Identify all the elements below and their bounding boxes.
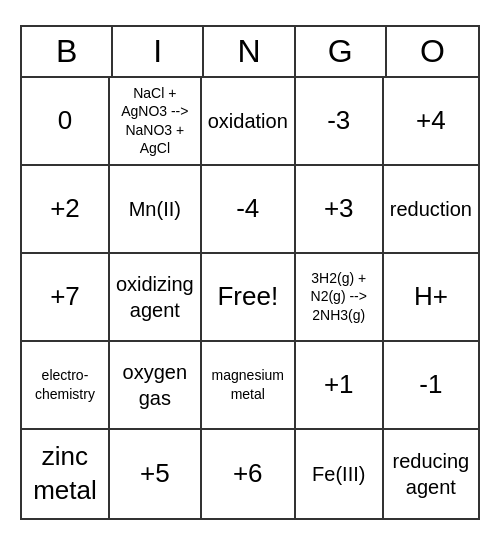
bingo-cell-21: +5 xyxy=(110,430,202,518)
header-letter-G: G xyxy=(296,27,387,76)
bingo-cell-6: Mn(II) xyxy=(110,166,202,254)
bingo-cell-9: reduction xyxy=(384,166,478,254)
bingo-card: BINGO 0NaCl + AgNO3 --> NaNO3 + AgCloxid… xyxy=(20,25,480,520)
bingo-cell-24: reducing agent xyxy=(384,430,478,518)
bingo-cell-7: -4 xyxy=(202,166,296,254)
bingo-cell-10: +7 xyxy=(22,254,110,342)
bingo-cell-12: Free! xyxy=(202,254,296,342)
header-letter-B: B xyxy=(22,27,113,76)
bingo-cell-23: Fe(III) xyxy=(296,430,384,518)
bingo-cell-3: -3 xyxy=(296,78,384,166)
bingo-cell-11: oxidizing agent xyxy=(110,254,202,342)
bingo-cell-1: NaCl + AgNO3 --> NaNO3 + AgCl xyxy=(110,78,202,166)
header-letter-O: O xyxy=(387,27,478,76)
header-letter-I: I xyxy=(113,27,204,76)
bingo-cell-20: zinc metal xyxy=(22,430,110,518)
header-letter-N: N xyxy=(204,27,295,76)
bingo-cell-19: -1 xyxy=(384,342,478,430)
bingo-cell-15: electro-chemistry xyxy=(22,342,110,430)
bingo-cell-16: oxygen gas xyxy=(110,342,202,430)
bingo-cell-14: H+ xyxy=(384,254,478,342)
bingo-cell-8: +3 xyxy=(296,166,384,254)
bingo-cell-18: +1 xyxy=(296,342,384,430)
bingo-cell-0: 0 xyxy=(22,78,110,166)
bingo-cell-4: +4 xyxy=(384,78,478,166)
bingo-grid: 0NaCl + AgNO3 --> NaNO3 + AgCloxidation-… xyxy=(22,78,478,518)
bingo-cell-13: 3H2(g) + N2(g) --> 2NH3(g) xyxy=(296,254,384,342)
bingo-cell-2: oxidation xyxy=(202,78,296,166)
bingo-header: BINGO xyxy=(22,27,478,78)
bingo-cell-5: +2 xyxy=(22,166,110,254)
bingo-cell-22: +6 xyxy=(202,430,296,518)
bingo-cell-17: magnesium metal xyxy=(202,342,296,430)
